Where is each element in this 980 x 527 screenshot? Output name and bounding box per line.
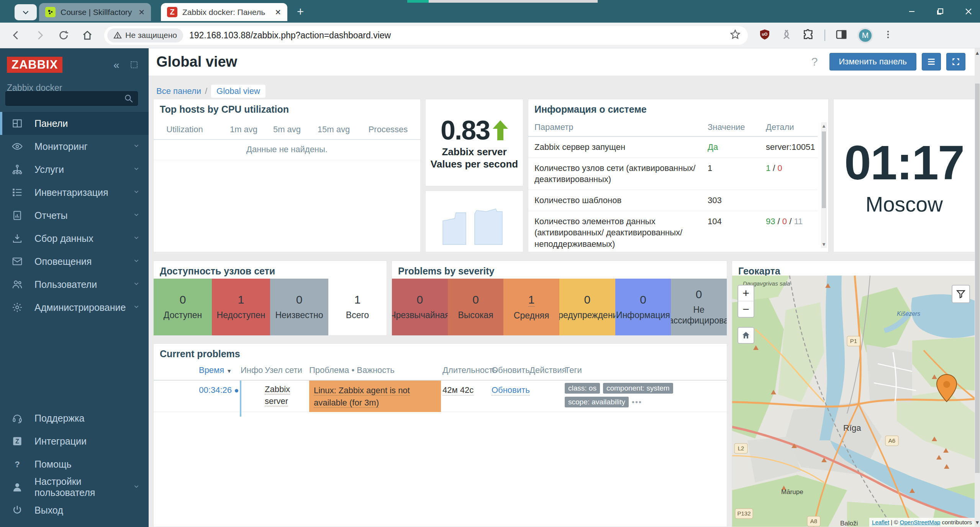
sidebar-item-monitoring[interactable]: Мониторинг xyxy=(0,135,149,158)
sidebar-item-data-collection[interactable]: Сбор данных xyxy=(0,227,149,250)
forward-button[interactable] xyxy=(32,28,48,43)
sidebar-item-administration[interactable]: Администрирование xyxy=(0,296,149,319)
expand-sidebar-icon[interactable] xyxy=(129,60,139,72)
column-header[interactable]: Проблема • Важность xyxy=(309,365,395,375)
column-header[interactable]: Узел сети xyxy=(265,365,302,375)
browser-menu-kebab-icon[interactable] xyxy=(883,30,893,41)
tag-badge[interactable]: component: system xyxy=(603,383,673,394)
severity-block[interactable]: 0Не классифицировано xyxy=(671,279,727,335)
back-button[interactable] xyxy=(8,28,24,43)
reload-button[interactable] xyxy=(56,28,71,43)
osm-link[interactable]: OpenStreetMap xyxy=(900,519,941,525)
ribbon-extension-icon[interactable] xyxy=(781,29,792,42)
availability-block[interactable]: 0Неизвестно xyxy=(270,279,328,335)
page-scrollbar[interactable]: ▲ ▼ xyxy=(975,48,980,527)
tag-badge[interactable]: class: os xyxy=(565,383,600,394)
new-tab-button[interactable]: + xyxy=(293,5,307,19)
side-panel-icon[interactable] xyxy=(835,28,847,42)
column-header[interactable]: Действия xyxy=(529,365,566,375)
header-controls: ? Изменить панель xyxy=(811,53,965,71)
sidebar-item-support[interactable]: Поддержка xyxy=(0,407,149,430)
widget-scrollbar[interactable]: ▲ ▼ xyxy=(821,122,827,248)
block-count[interactable]: 1 xyxy=(528,293,535,307)
breadcrumb-current[interactable]: Global view xyxy=(211,85,265,98)
sidebar-item-users[interactable]: Пользователи xyxy=(0,273,149,296)
widget-title: Информация о системе xyxy=(534,104,647,115)
severity-block[interactable]: 0Информация xyxy=(615,279,671,335)
detail-segment: / xyxy=(770,163,777,173)
close-icon[interactable]: ✕ xyxy=(138,8,145,17)
tab-course-skillfactory[interactable]: Course | Skillfactory ✕ xyxy=(39,3,151,21)
screen: Course | Skillfactory ✕ Z Zabbix docker:… xyxy=(0,0,980,527)
close-icon[interactable]: ✕ xyxy=(275,8,281,17)
map-canvas[interactable]: P1 A6 L2 P132 A8 Daugavgrivas sala Kišez… xyxy=(732,276,975,527)
sidebar-item-dashboards[interactable]: Панели xyxy=(0,112,149,135)
scroll-up-icon[interactable]: ▲ xyxy=(975,50,980,56)
edit-dashboard-button[interactable]: Изменить панель xyxy=(829,53,916,71)
scroll-down-icon[interactable]: ▼ xyxy=(821,241,827,247)
info-dot[interactable] xyxy=(235,389,238,392)
map-zoom-out-button[interactable]: − xyxy=(737,301,754,318)
availability-block[interactable]: 0Доступен xyxy=(154,279,212,335)
block-count: 0 xyxy=(696,288,702,301)
home-button[interactable] xyxy=(80,28,95,43)
column-header[interactable]: Время▼ xyxy=(193,365,232,375)
more-tags-button[interactable]: ••• xyxy=(632,398,642,407)
security-chip[interactable]: Не защищено xyxy=(107,28,183,43)
sidebar-item-user-settings[interactable]: Настройки пользователя xyxy=(0,476,149,499)
host-link[interactable]: Zabbix server xyxy=(265,384,298,407)
url-text[interactable]: 192.168.103.88/zabbix.php?action=dashboa… xyxy=(189,30,391,41)
map-home-button[interactable] xyxy=(737,327,754,344)
tab-zabbix-dashboard[interactable]: Z Zabbix docker: Панель ✕ xyxy=(161,3,287,21)
breadcrumb-all-dashboards[interactable]: Все панели xyxy=(156,86,201,96)
column-header[interactable]: Теги xyxy=(565,365,582,375)
sidebar-item-alerts[interactable]: Оповещения xyxy=(0,250,149,273)
severity-block[interactable]: 0Чрезвычайная xyxy=(392,279,448,335)
severity-block[interactable]: 1Средняя xyxy=(503,279,559,335)
sidebar-item-reports[interactable]: Отчеты xyxy=(0,204,149,227)
address-bar[interactable]: Не защищено 192.168.103.88/zabbix.php?ac… xyxy=(104,26,748,45)
ublock-extension-icon[interactable]: uO xyxy=(759,28,771,42)
extensions-puzzle-icon[interactable] xyxy=(802,28,814,42)
sidebar-item-inventory[interactable]: Инвентаризация xyxy=(0,181,149,204)
leaflet-link[interactable]: Leaflet xyxy=(872,519,889,525)
scroll-up-icon[interactable]: ▲ xyxy=(821,123,827,129)
problem-name-link[interactable]: Linux: Zabbix agent is not available (fo… xyxy=(309,381,441,412)
dashboard-menu-button[interactable] xyxy=(922,53,941,71)
sidebar-item-services[interactable]: Услуги xyxy=(0,158,149,181)
sidebar-item-label: Инвентаризация xyxy=(34,187,108,198)
tab-title: Zabbix docker: Панель xyxy=(182,8,270,17)
availability-block[interactable]: 1Недоступен xyxy=(212,279,270,335)
map-filter-button[interactable] xyxy=(952,285,970,303)
availability-block[interactable]: 1Всего xyxy=(328,279,387,335)
fullscreen-button[interactable] xyxy=(946,53,965,71)
problem-time-link[interactable]: 00:34:26 xyxy=(193,385,232,395)
severity-block[interactable]: 0Высокая xyxy=(448,279,504,335)
column-header[interactable]: Обновить xyxy=(492,365,530,375)
tag-badge[interactable]: scope: availability xyxy=(565,397,629,407)
scroll-down-icon[interactable]: ▼ xyxy=(975,519,980,525)
map-zoom-in-button[interactable]: + xyxy=(737,285,754,302)
column-header[interactable]: Инфо xyxy=(241,365,263,375)
severity-block[interactable]: 0Предупреждение xyxy=(559,279,615,335)
zabbix-logo[interactable]: ZABBIX xyxy=(7,57,62,73)
map-label: Rīga xyxy=(843,423,861,433)
column-header[interactable]: Длительность xyxy=(442,365,497,375)
scrollbar-thumb[interactable] xyxy=(822,131,826,208)
restore-button[interactable] xyxy=(936,7,945,16)
update-link[interactable]: Обновить xyxy=(492,385,530,396)
tab-search-button[interactable] xyxy=(15,4,37,20)
sidebar-item-signout[interactable]: Выход xyxy=(0,499,149,522)
minimize-button[interactable] xyxy=(907,7,916,16)
widget-mini-graph xyxy=(425,190,523,252)
scrollbar-thumb[interactable] xyxy=(975,84,980,473)
sidebar-item-help[interactable]: ?Помощь xyxy=(0,453,149,476)
chevron-down-icon xyxy=(133,483,139,491)
sidebar-search-input[interactable] xyxy=(5,91,138,106)
sidebar-item-integrations[interactable]: ZИнтеграции xyxy=(0,430,149,453)
collapse-sidebar-icon[interactable]: « xyxy=(113,59,120,71)
help-icon[interactable]: ? xyxy=(811,55,818,68)
profile-avatar[interactable]: M xyxy=(857,28,873,43)
bookmark-star-icon[interactable] xyxy=(729,29,741,42)
close-window-button[interactable] xyxy=(964,7,973,16)
